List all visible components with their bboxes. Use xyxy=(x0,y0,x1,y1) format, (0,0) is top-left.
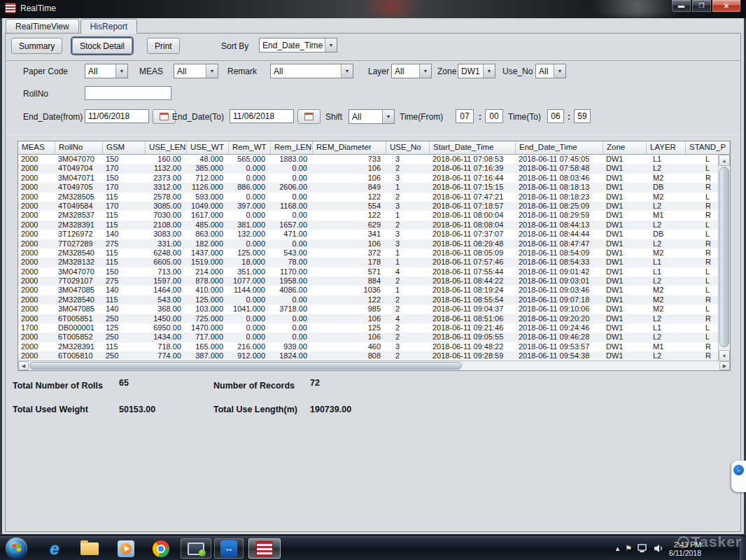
column-header[interactable]: End_Date_Time xyxy=(516,141,603,154)
table-row[interactable]: 20003M0470851401464.00410.0001144.000408… xyxy=(18,286,719,295)
table-row[interactable]: 20006T005810250774.00387.000912.0001824.… xyxy=(18,351,719,360)
chevron-down-icon[interactable]: ▼ xyxy=(419,64,431,78)
table-row[interactable]: 20002M3285401156248.001437.000125.000543… xyxy=(18,248,719,258)
chevron-down-icon[interactable]: ▼ xyxy=(115,64,127,78)
close-button[interactable]: ✕ xyxy=(712,0,741,13)
table-cell: 2018-06-11 09:21:46 xyxy=(430,323,516,332)
column-header[interactable]: Rem_LEN xyxy=(271,141,313,154)
teamviewer-panel-tab[interactable]: ↔ xyxy=(731,461,746,492)
table-cell: DB xyxy=(647,183,686,192)
table-cell: L2 xyxy=(647,314,686,323)
table-row[interactable]: 20003M047085140368.00103.0001041.0003718… xyxy=(18,304,719,314)
column-header[interactable]: Zone xyxy=(603,141,647,154)
table-row[interactable]: 20004T0495841703085.001049.000397.000116… xyxy=(18,202,719,211)
chevron-down-icon[interactable]: ▼ xyxy=(341,64,353,78)
column-header[interactable]: USE_WT xyxy=(187,141,229,154)
table-row[interactable]: 20003M0470711502373.00712.0000.0000.0010… xyxy=(18,174,719,183)
sort-by-combobox[interactable]: End_Date_Time ▼ xyxy=(259,38,337,52)
network-icon[interactable] xyxy=(638,544,648,553)
table-cell: 3M047070 xyxy=(55,155,103,164)
table-row[interactable]: 20002M3285371157030.001617.0000.0000.001… xyxy=(18,211,719,220)
horizontal-scrollbar-thumb[interactable] xyxy=(29,362,462,370)
chevron-down-icon[interactable]: ▼ xyxy=(325,38,337,52)
table-row[interactable]: 20003M047070150713.00214.000351.0001170.… xyxy=(18,267,719,276)
rollno-input[interactable] xyxy=(85,86,171,100)
column-header[interactable]: MEAS xyxy=(18,141,55,154)
time-from-minute-field[interactable]: 00 xyxy=(485,109,503,123)
shift-combobox[interactable]: All ▼ xyxy=(349,109,395,124)
table-row[interactable]: 20002M328540115543.00125.0000.0000.00122… xyxy=(18,295,719,304)
layer-combobox[interactable]: All ▼ xyxy=(391,64,432,78)
stock-detail-button[interactable]: Stock Detail xyxy=(72,38,132,54)
table-row[interactable]: 20002M3281321156605.001519.00018.00078.0… xyxy=(18,258,719,267)
vertical-scrollbar[interactable]: ▲ ▼ xyxy=(718,155,730,361)
titlebar[interactable]: RealTime ▬ ❐ ✕ xyxy=(0,0,746,18)
column-header[interactable]: LAYER xyxy=(647,141,686,154)
vertical-scrollbar-thumb[interactable] xyxy=(719,167,729,347)
column-header[interactable]: GSM xyxy=(103,141,146,154)
minimize-button[interactable]: ▬ xyxy=(671,0,691,13)
table-row[interactable]: 20002M328391115718.00165.000216.000939.0… xyxy=(18,342,719,351)
table-row[interactable]: 20006T0058522501434.00717.0000.0000.0010… xyxy=(18,332,719,342)
end-date-to-calendar-button[interactable] xyxy=(297,109,321,124)
maximize-button[interactable]: ❐ xyxy=(691,0,712,13)
table-row[interactable]: 20002M3285051152578.00593.0000.0000.0012… xyxy=(18,192,719,202)
column-header[interactable]: REM_Diameter xyxy=(313,141,386,154)
tab-realtimeview[interactable]: RealTimeView xyxy=(6,19,79,33)
table-row[interactable]: 20007T027289275331.00182.0000.0000.00106… xyxy=(18,239,719,248)
volume-icon[interactable] xyxy=(654,544,663,553)
column-header[interactable]: USE_LEN xyxy=(146,141,187,154)
end-date-to-field[interactable]: 11/06/2018 xyxy=(230,109,294,123)
chrome-icon[interactable] xyxy=(147,538,175,559)
remote-computer-icon[interactable] xyxy=(181,538,211,559)
table-row[interactable]: 20004T0497041701132.00385.0000.0000.0010… xyxy=(18,164,719,173)
horizontal-scrollbar[interactable]: ◀ ▶ xyxy=(18,360,730,370)
table-cell: 1049.000 xyxy=(187,202,229,211)
teamviewer-taskbar-icon[interactable]: ↔ xyxy=(214,538,244,559)
column-header[interactable]: Rem_WT xyxy=(229,141,271,154)
table-cell: 106 xyxy=(313,164,386,173)
scroll-left-icon[interactable]: ◀ xyxy=(18,361,29,370)
summary-button[interactable]: Summary xyxy=(11,38,62,54)
action-center-flag-icon[interactable]: ⚑ xyxy=(625,544,632,553)
chevron-down-icon[interactable]: ▼ xyxy=(382,110,394,123)
table-cell: 2018-06-11 08:29:59 xyxy=(516,211,603,220)
paper-code-combobox[interactable]: All ▼ xyxy=(85,64,128,78)
start-button[interactable] xyxy=(6,538,27,559)
file-explorer-icon[interactable] xyxy=(76,538,104,559)
column-header[interactable]: Start_Date_Time xyxy=(430,141,516,154)
scroll-up-icon[interactable]: ▲ xyxy=(719,155,730,166)
table-row[interactable]: 20002M3283911152108.00485.000381.0001657… xyxy=(18,220,719,230)
table-row[interactable]: 20003M047070150160.0048.000565.0001883.0… xyxy=(18,155,719,164)
table-cell: 0.000 xyxy=(229,332,271,342)
chevron-down-icon[interactable]: ▼ xyxy=(483,64,495,78)
realtime-app-taskbar-icon[interactable] xyxy=(248,538,281,559)
internet-explorer-icon[interactable]: e xyxy=(41,538,69,559)
zone-combobox[interactable]: DW1 ▼ xyxy=(458,64,495,78)
column-header[interactable]: STAND_P xyxy=(686,141,730,154)
media-player-icon[interactable] xyxy=(112,538,140,559)
time-from-hour-field[interactable]: 07 xyxy=(456,109,474,123)
scroll-right-icon[interactable]: ▶ xyxy=(719,361,730,370)
show-hidden-icons[interactable]: ▴ xyxy=(616,544,620,553)
end-date-from-field[interactable]: 11/06/2018 xyxy=(85,109,149,123)
table-cell: 1 xyxy=(386,258,430,267)
time-to-hour-field[interactable]: 06 xyxy=(547,109,564,123)
table-row[interactable]: 20006T0058512501450.00725.0000.0000.0010… xyxy=(18,314,719,323)
meas-combobox[interactable]: All ▼ xyxy=(174,64,218,78)
table-cell: 2018-06-11 07:55:44 xyxy=(430,267,516,276)
scroll-down-icon[interactable]: ▼ xyxy=(719,350,730,361)
use-no-combobox[interactable]: All ▼ xyxy=(535,64,566,78)
column-header[interactable]: RollNo xyxy=(55,141,103,154)
print-button[interactable]: Print xyxy=(147,38,180,54)
chevron-down-icon[interactable]: ▼ xyxy=(554,64,565,78)
chevron-down-icon[interactable]: ▼ xyxy=(206,64,218,78)
table-row[interactable]: 20003T1269721403083.00863.000132.000471.… xyxy=(18,230,719,239)
table-row[interactable]: 1700DB0000011256950.001470.0000.0000.001… xyxy=(18,323,719,332)
tab-hisreport[interactable]: HisReport xyxy=(80,19,137,34)
table-row[interactable]: 20007T0291072751597.00878.0001077.000195… xyxy=(18,276,719,286)
table-row[interactable]: 20004T0497051703312.001126.000886.000260… xyxy=(18,183,719,192)
column-header[interactable]: USE_No xyxy=(386,141,430,154)
remark-combobox[interactable]: All ▼ xyxy=(270,64,353,78)
time-to-minute-field[interactable]: 59 xyxy=(574,109,591,123)
